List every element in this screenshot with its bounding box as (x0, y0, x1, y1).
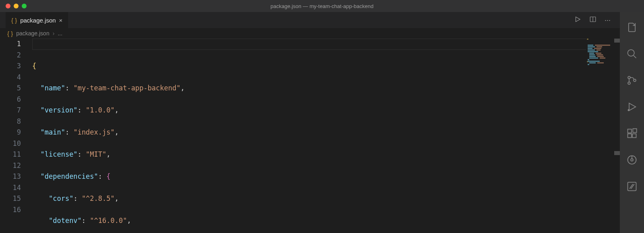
explorer-icon[interactable] (626, 22, 638, 35)
line-number: 6 (0, 94, 21, 105)
search-icon[interactable] (626, 48, 638, 61)
split-editor-icon[interactable] (589, 16, 597, 25)
title-bar: package.json — my-team-chat-app-backend (0, 0, 644, 12)
window-controls (0, 4, 27, 8)
tab-bar: { } package.json × ··· (0, 12, 620, 28)
svg-rect-13 (633, 129, 636, 132)
svg-point-15 (631, 159, 633, 161)
active-line-highlight (32, 39, 620, 50)
svg-point-3 (628, 50, 634, 56)
line-number: 7 (0, 105, 21, 116)
line-number: 13 (0, 171, 21, 182)
svg-point-7 (634, 79, 636, 82)
line-number: 2 (0, 50, 21, 61)
line-number: 5 (0, 83, 21, 94)
line-number-gutter: 1 2 3 4 5 6 7 8 9 10 11 12 13 14 (0, 39, 32, 233)
remote-icon[interactable] (626, 181, 638, 194)
gitlens-icon[interactable] (626, 154, 638, 167)
line-number: 1 (0, 39, 21, 50)
window-maximize-button[interactable] (22, 4, 27, 8)
breadcrumb-filename: package.json (16, 30, 50, 37)
tab-label: package.json (20, 17, 56, 24)
code-content[interactable]: { "name": "my-team-chat-app-backend", "v… (32, 39, 620, 233)
svg-rect-17 (628, 182, 636, 191)
vertical-scrollbar[interactable] (614, 39, 620, 233)
line-number: 3 (0, 61, 21, 72)
window-title: package.json — my-team-chat-app-backend (270, 3, 374, 9)
line-number: 9 (0, 127, 21, 138)
json-file-icon: { } (7, 30, 13, 37)
scroll-mark (614, 151, 620, 155)
line-number: 4 (0, 72, 21, 83)
editor-column: { } package.json × ··· { } (0, 12, 620, 233)
tab-close-icon[interactable]: × (59, 17, 63, 24)
svg-point-6 (628, 82, 630, 84)
activity-bar (620, 12, 644, 233)
svg-line-4 (634, 55, 636, 58)
tab-package-json[interactable]: { } package.json × (6, 12, 68, 28)
scroll-mark (614, 39, 620, 43)
svg-rect-12 (632, 134, 636, 137)
extensions-icon[interactable] (626, 128, 638, 141)
line-number: 16 (0, 204, 21, 216)
svg-rect-10 (628, 129, 632, 133)
svg-point-9 (628, 109, 630, 111)
svg-point-5 (628, 76, 630, 79)
line-number: 12 (0, 160, 21, 172)
code-editor[interactable]: 1 2 3 4 5 6 7 8 9 10 11 12 13 14 (0, 39, 620, 233)
window-minimize-button[interactable] (14, 4, 19, 8)
main-area: { } package.json × ··· { } (0, 12, 644, 233)
line-number: 11 (0, 149, 21, 160)
breadcrumb[interactable]: { } package.json › ... (0, 28, 620, 39)
editor-window: package.json — my-team-chat-app-backend … (0, 0, 644, 233)
source-control-icon[interactable] (626, 75, 638, 88)
run-debug-icon[interactable] (626, 101, 638, 114)
more-actions-icon[interactable]: ··· (605, 16, 612, 24)
chevron-right-icon: › (53, 30, 55, 37)
svg-rect-11 (628, 134, 632, 137)
breadcrumb-tail: ... (58, 30, 62, 37)
window-close-button[interactable] (6, 4, 10, 8)
json-file-icon: { } (11, 17, 17, 24)
svg-marker-8 (629, 103, 636, 111)
editor-wrapper: 1 2 3 4 5 6 7 8 9 10 11 12 13 14 (0, 39, 620, 233)
line-number: 15 (0, 193, 21, 204)
editor-actions: ··· (566, 12, 620, 28)
line-number: 8 (0, 116, 21, 127)
minimap[interactable] (586, 39, 614, 233)
svg-marker-0 (576, 17, 580, 22)
run-icon[interactable] (574, 16, 581, 25)
line-number: 10 (0, 138, 21, 149)
line-number: 14 (0, 182, 21, 194)
